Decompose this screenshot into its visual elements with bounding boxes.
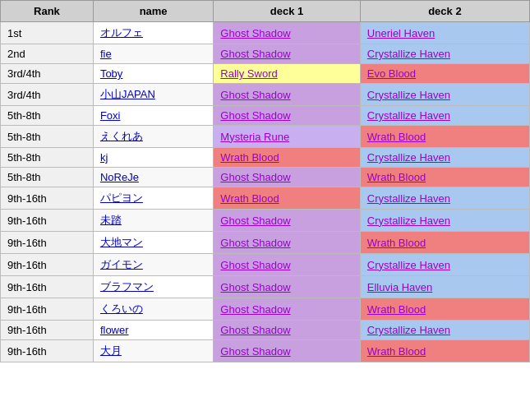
deck2-link[interactable]: Wrath Blood (367, 171, 426, 183)
deck1-link[interactable]: Ghost Shadow (220, 48, 290, 60)
deck1-link[interactable]: Ghost Shadow (220, 215, 290, 227)
player-name-link[interactable]: kj (100, 151, 108, 164)
deck1-link[interactable]: Ghost Shadow (220, 281, 290, 293)
deck2-link[interactable]: Wrath Blood (367, 303, 426, 316)
deck2-cell[interactable]: Crystallize Haven (360, 210, 529, 232)
deck1-cell[interactable]: Ghost Shadow (214, 276, 360, 298)
deck2-cell[interactable]: Crystallize Haven (360, 254, 529, 276)
deck1-cell[interactable]: Ghost Shadow (214, 340, 360, 362)
deck2-link[interactable]: Crystallize Haven (367, 324, 450, 336)
name-cell[interactable]: 未踏 (93, 210, 213, 232)
deck1-cell[interactable]: Ghost Shadow (214, 254, 360, 276)
deck2-cell[interactable]: Crystallize Haven (360, 44, 529, 64)
player-name-link[interactable]: くろいの (100, 302, 143, 315)
table-row: 9th-16thブラフマンGhost ShadowElluvia Haven (1, 276, 530, 298)
player-name-link[interactable]: 大月 (100, 344, 122, 357)
rank-cell: 9th-16th (1, 232, 94, 254)
player-name-link[interactable]: flower (100, 324, 129, 336)
deck2-link[interactable]: Crystallize Haven (367, 109, 450, 122)
deck1-cell[interactable]: Ghost Shadow (214, 44, 360, 64)
player-name-link[interactable]: オルフェ (100, 26, 143, 39)
deck1-link[interactable]: Ghost Shadow (220, 27, 290, 39)
player-name-link[interactable]: fie (100, 48, 112, 60)
deck2-cell[interactable]: Crystallize Haven (360, 321, 529, 340)
player-name-link[interactable]: えくれあ (100, 130, 143, 142)
name-cell[interactable]: NoReJe (93, 168, 213, 187)
deck2-link[interactable]: Elluvia Haven (367, 281, 433, 293)
player-name-link[interactable]: Toby (100, 67, 122, 80)
deck2-link[interactable]: Crystallize Haven (367, 192, 450, 205)
deck1-link[interactable]: Rally Sword (220, 67, 277, 80)
deck2-link[interactable]: Crystallize Haven (367, 215, 450, 227)
deck2-cell[interactable]: Wrath Blood (360, 232, 529, 254)
name-cell[interactable]: fie (93, 44, 213, 64)
deck2-cell[interactable]: Elluvia Haven (360, 276, 529, 298)
deck2-link[interactable]: Crystallize Haven (367, 259, 450, 271)
deck1-link[interactable]: Ghost Shadow (220, 171, 290, 183)
deck1-cell[interactable]: Wrath Blood (214, 187, 360, 210)
name-cell[interactable]: kj (93, 148, 213, 168)
name-cell[interactable]: 大月 (93, 340, 213, 362)
deck2-cell[interactable]: Crystallize Haven (360, 106, 529, 126)
deck1-cell[interactable]: Wrath Blood (214, 148, 360, 168)
deck2-cell[interactable]: Wrath Blood (360, 340, 529, 362)
deck1-link[interactable]: Ghost Shadow (220, 324, 290, 336)
deck1-cell[interactable]: Mysteria Rune (214, 126, 360, 148)
name-cell[interactable]: ブラフマン (93, 276, 213, 298)
deck1-cell[interactable]: Ghost Shadow (214, 106, 360, 126)
player-name-link[interactable]: 未踏 (100, 214, 122, 226)
deck1-link[interactable]: Ghost Shadow (220, 303, 290, 316)
deck1-cell[interactable]: Ghost Shadow (214, 298, 360, 321)
deck1-cell[interactable]: Ghost Shadow (214, 168, 360, 187)
player-name-link[interactable]: パピヨン (100, 192, 143, 204)
deck1-cell[interactable]: Rally Sword (214, 64, 360, 84)
name-cell[interactable]: Foxi (93, 106, 213, 126)
deck1-link[interactable]: Ghost Shadow (220, 89, 290, 101)
deck2-link[interactable]: Crystallize Haven (367, 48, 450, 60)
player-name-link[interactable]: 小山JAPAN (100, 88, 155, 100)
deck1-cell[interactable]: Ghost Shadow (214, 232, 360, 254)
player-name-link[interactable]: NoReJe (100, 171, 139, 183)
rank-cell: 5th-8th (1, 106, 94, 126)
deck1-link[interactable]: Ghost Shadow (220, 109, 290, 122)
deck2-link[interactable]: Crystallize Haven (367, 151, 450, 164)
deck2-cell[interactable]: Wrath Blood (360, 168, 529, 187)
player-name-link[interactable]: ガイモン (100, 258, 143, 270)
deck2-link[interactable]: Crystallize Haven (367, 89, 450, 101)
name-cell[interactable]: くろいの (93, 298, 213, 321)
name-cell[interactable]: パピヨン (93, 187, 213, 210)
name-cell[interactable]: えくれあ (93, 126, 213, 148)
deck2-cell[interactable]: Uneriel Haven (360, 22, 529, 44)
deck2-cell[interactable]: Wrath Blood (360, 298, 529, 321)
deck1-cell[interactable]: Ghost Shadow (214, 210, 360, 232)
player-name-link[interactable]: 大地マン (100, 236, 143, 248)
deck1-cell[interactable]: Ghost Shadow (214, 22, 360, 44)
deck2-cell[interactable]: Crystallize Haven (360, 148, 529, 168)
deck1-link[interactable]: Ghost Shadow (220, 237, 290, 249)
deck1-link[interactable]: Ghost Shadow (220, 345, 290, 358)
deck1-cell[interactable]: Ghost Shadow (214, 84, 360, 106)
name-cell[interactable]: オルフェ (93, 22, 213, 44)
deck2-link[interactable]: Wrath Blood (367, 131, 426, 143)
deck2-link[interactable]: Evo Blood (367, 67, 416, 80)
deck2-cell[interactable]: Evo Blood (360, 64, 529, 84)
deck2-cell[interactable]: Crystallize Haven (360, 187, 529, 210)
deck2-cell[interactable]: Wrath Blood (360, 126, 529, 148)
name-cell[interactable]: 小山JAPAN (93, 84, 213, 106)
deck1-link[interactable]: Mysteria Rune (220, 131, 289, 143)
name-cell[interactable]: ガイモン (93, 254, 213, 276)
deck1-link[interactable]: Ghost Shadow (220, 259, 290, 271)
deck2-link[interactable]: Uneriel Haven (367, 27, 435, 39)
deck2-link[interactable]: Wrath Blood (367, 237, 426, 249)
deck1-link[interactable]: Wrath Blood (220, 192, 279, 205)
header-row: Rank name deck 1 deck 2 (1, 1, 530, 22)
deck1-cell[interactable]: Ghost Shadow (214, 321, 360, 340)
deck2-cell[interactable]: Crystallize Haven (360, 84, 529, 106)
deck2-link[interactable]: Wrath Blood (367, 345, 426, 358)
name-cell[interactable]: Toby (93, 64, 213, 84)
name-cell[interactable]: 大地マン (93, 232, 213, 254)
player-name-link[interactable]: ブラフマン (100, 280, 154, 293)
deck1-link[interactable]: Wrath Blood (220, 151, 279, 164)
name-cell[interactable]: flower (93, 321, 213, 340)
player-name-link[interactable]: Foxi (100, 109, 121, 122)
